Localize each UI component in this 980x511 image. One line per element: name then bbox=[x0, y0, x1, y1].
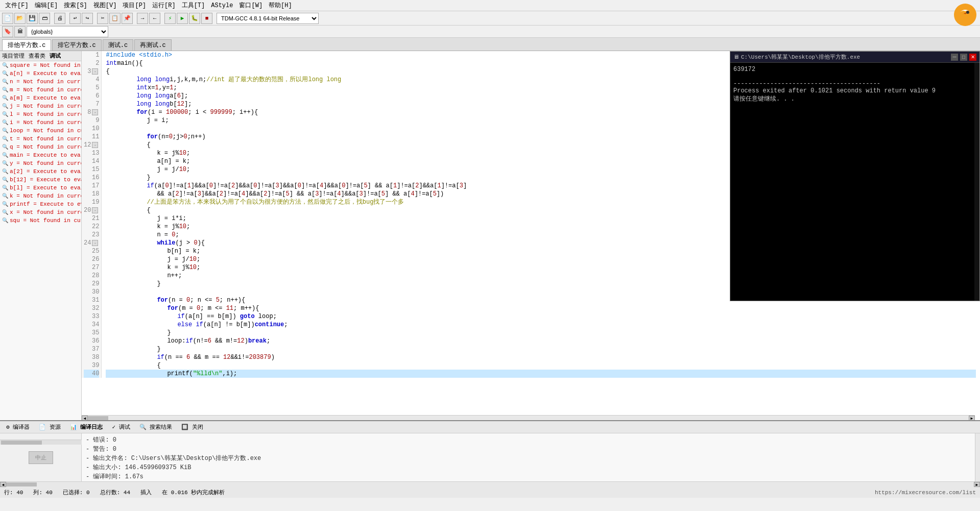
code-line-39: { bbox=[106, 361, 976, 370]
tab-compiler[interactable]: ⚙ 编译器 bbox=[2, 422, 34, 432]
menu-tools[interactable]: 工具[T] bbox=[179, 0, 208, 11]
paste-btn[interactable]: 📌 bbox=[122, 13, 133, 24]
sidebar-tab-debug[interactable]: 调试 bbox=[47, 51, 63, 61]
list-item: 🔍 l = Not found in curren bbox=[0, 110, 81, 118]
fold-icon-12[interactable]: - bbox=[92, 142, 98, 148]
debug-btn[interactable]: 🐛 bbox=[189, 13, 200, 24]
print-btn[interactable]: 🖨 bbox=[54, 13, 65, 24]
code-line-32: for(m = 0; m <= 11; m++){ bbox=[106, 304, 976, 312]
class-btn[interactable]: 🏛 bbox=[14, 26, 26, 37]
menu-run[interactable]: 运行[R] bbox=[149, 0, 179, 11]
list-item: 🔍 main = Execute to eva bbox=[0, 151, 81, 159]
console-window: 🖥 C:\Users\韩某某\Desktop\排他平方数.exe ─ □ ✕ 6… bbox=[730, 51, 980, 301]
menu-project[interactable]: 项目[P] bbox=[119, 0, 149, 11]
list-item: 🔍 i = Not found in curren bbox=[0, 118, 81, 127]
debug-icon: 🔍 bbox=[2, 103, 8, 109]
list-item: 🔍 a[2] = Execute to evalu bbox=[0, 167, 81, 176]
menu-search[interactable]: 搜索[S] bbox=[61, 0, 90, 11]
log-scroll-left[interactable]: ◀ bbox=[0, 482, 6, 487]
log-scroll-right[interactable]: ▶ bbox=[974, 482, 980, 487]
status-insert: 插入 bbox=[140, 489, 152, 496]
code-editor[interactable]: 1 2 3- 4 5 6 7 8- 9 10 11 12- 13 14 15 1… bbox=[82, 51, 980, 420]
scroll-right-btn[interactable]: ▶ bbox=[969, 416, 975, 420]
code-line-35: } bbox=[106, 329, 976, 337]
list-item: 🔍 j = Not found in curren bbox=[0, 102, 81, 110]
scroll-thumb[interactable] bbox=[88, 416, 108, 420]
sidebar-item-label: i = Not found in curren bbox=[10, 119, 81, 126]
debug-icon: 🔍 bbox=[2, 217, 8, 224]
log-scroll-track bbox=[6, 482, 974, 487]
console-titlebar: 🖥 C:\Users\韩某某\Desktop\排他平方数.exe ─ □ ✕ bbox=[730, 52, 979, 63]
console-icon: 🖥 bbox=[733, 54, 739, 60]
tab-buildlog[interactable]: 📊 编译日志 bbox=[66, 422, 107, 432]
menu-help[interactable]: 帮助[H] bbox=[266, 0, 295, 11]
list-item: 🔍 square = Not found in bbox=[0, 61, 81, 69]
console-maximize-btn[interactable]: □ bbox=[960, 54, 967, 61]
copy-btn[interactable]: 📋 bbox=[109, 13, 121, 24]
list-item: 🔍 x = Not found in curren bbox=[0, 208, 81, 216]
list-item: 🔍 b[l] = Execute to evalu bbox=[0, 184, 81, 192]
run-btn[interactable]: ▶ bbox=[177, 13, 188, 24]
cut-btn[interactable]: ✂ bbox=[97, 13, 108, 24]
tab-paiqipingfangshuc[interactable]: 排它平方数.c bbox=[52, 39, 101, 51]
list-item: 🔍 n = Not found in curr bbox=[0, 78, 81, 86]
new-btn[interactable]: 📄 bbox=[2, 13, 13, 24]
globals-select[interactable]: {globals} bbox=[27, 26, 108, 37]
sidebar-item-label: t = Not found in curren bbox=[10, 136, 81, 142]
fold-icon-20[interactable]: - bbox=[92, 207, 98, 213]
status-right-text: https://mixecresource.com/list bbox=[875, 490, 976, 496]
menu-astyle[interactable]: AStyle bbox=[208, 1, 236, 10]
compiler-select[interactable]: TDM-GCC 4.8.1 64-bit Release bbox=[217, 13, 319, 24]
tab-retestc[interactable]: 再测试.c bbox=[134, 39, 171, 51]
indent-btn[interactable]: → bbox=[137, 13, 148, 24]
tab-debug[interactable]: ✓ 调试 bbox=[108, 422, 134, 432]
tab-close[interactable]: 🔲 关闭 bbox=[177, 422, 207, 432]
console-minimize-btn[interactable]: ─ bbox=[951, 54, 958, 61]
sidebar-item-label: l = Not found in curren bbox=[10, 111, 81, 117]
debug-icon: 🔍 bbox=[2, 87, 8, 93]
sidebar-tab-view[interactable]: 查看类 bbox=[27, 51, 47, 61]
save-btn[interactable]: 💾 bbox=[27, 13, 38, 24]
save-all-btn[interactable]: 🗃 bbox=[39, 13, 50, 24]
console-close-btn[interactable]: ✕ bbox=[969, 54, 976, 61]
menu-file[interactable]: 文件[F] bbox=[2, 0, 32, 11]
undo-btn[interactable]: ↩ bbox=[69, 13, 81, 24]
sidebar-tab-project[interactable]: 项目管理 bbox=[0, 51, 27, 61]
redo-btn[interactable]: ↪ bbox=[82, 13, 93, 24]
fold-icon-3[interactable]: - bbox=[92, 68, 98, 75]
menu-window[interactable]: 窗口[W] bbox=[236, 0, 266, 11]
code-line-34: else if(a[n] != b[m])continue; bbox=[106, 321, 976, 329]
open-btn[interactable]: 📂 bbox=[14, 13, 26, 24]
console-output: 639172 ---------------------------------… bbox=[730, 63, 974, 301]
tab-resources[interactable]: 📄 资源 bbox=[35, 422, 65, 432]
log-vscrollbar[interactable] bbox=[975, 433, 980, 481]
status-total-lines: 总行数: 44 bbox=[100, 489, 130, 496]
log-hscrollbar[interactable]: ◀ ▶ bbox=[0, 481, 980, 486]
dedent-btn[interactable]: ← bbox=[149, 13, 160, 24]
sidebar-item-label: j = Not found in curren bbox=[10, 103, 81, 109]
debug-icon: 🔍 bbox=[2, 128, 8, 134]
scroll-left-btn[interactable]: ◀ bbox=[82, 416, 88, 420]
menu-bar: 文件[F] 编辑[E] 搜索[S] 视图[V] 项目[P] 运行[R] 工具[T… bbox=[0, 0, 980, 11]
code-hscrollbar[interactable]: ◀ ▶ bbox=[82, 415, 975, 420]
console-line: 请按任意键继续. . . bbox=[733, 94, 971, 103]
tab-paixupingfangshuc[interactable]: 排他平方数.c bbox=[2, 39, 51, 51]
log-scroll-thumb[interactable] bbox=[6, 482, 37, 486]
app-logo bbox=[952, 2, 978, 28]
tab-testc[interactable]: 测试.c bbox=[103, 39, 133, 51]
menu-edit[interactable]: 编辑[E] bbox=[32, 0, 61, 11]
fold-icon-8[interactable]: - bbox=[92, 109, 98, 115]
bookmark-btn[interactable]: 🔖 bbox=[2, 26, 13, 37]
tab-search-results[interactable]: 🔍 搜索结果 bbox=[135, 422, 177, 432]
debug-icon: 🔍 bbox=[2, 79, 8, 85]
console-line: 639172 bbox=[733, 66, 971, 73]
console-line bbox=[733, 73, 971, 80]
menu-view[interactable]: 视图[V] bbox=[90, 0, 120, 11]
list-item: 🔍 q = Not found in curren bbox=[0, 143, 81, 151]
log-line: - 错误: 0 bbox=[86, 435, 971, 445]
console-scrollbar[interactable] bbox=[974, 63, 979, 301]
stop-build-btn[interactable]: 中止 bbox=[29, 451, 53, 464]
compile-btn[interactable]: ⚡ bbox=[164, 13, 176, 24]
fold-icon-24[interactable]: - bbox=[92, 240, 98, 246]
stop-btn[interactable]: ■ bbox=[201, 13, 212, 24]
